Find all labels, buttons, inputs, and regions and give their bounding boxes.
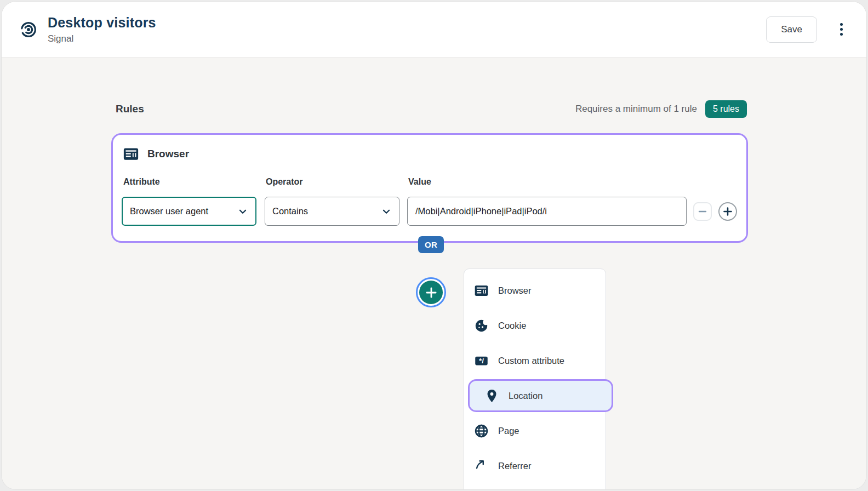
save-button[interactable]: Save [766, 16, 817, 43]
browser-icon [123, 146, 139, 162]
more-options-kebab-icon[interactable] [835, 20, 848, 39]
menu-item-label: Custom attribute [498, 356, 564, 366]
svg-text:*/: */ [479, 357, 484, 365]
plus-icon [419, 281, 443, 304]
rules-bar: Rules Requires a minimum of 1 rule 5 rul… [116, 100, 747, 118]
value-input[interactable] [407, 197, 687, 226]
add-rule-button[interactable] [416, 277, 446, 307]
rules-requirement-text: Requires a minimum of 1 rule [575, 104, 697, 115]
rules-heading: Rules [116, 103, 144, 115]
rule-card-header: Browser [123, 146, 189, 162]
rule-type-menu: Browser Cookie [464, 269, 606, 489]
custom-attribute-icon: */ [474, 353, 489, 368]
page-title: Desktop visitors [48, 15, 766, 31]
rules-count-badge: 5 rules [705, 100, 747, 118]
page-globe-icon [474, 424, 489, 438]
menu-item-label: Cookie [498, 321, 526, 331]
page-subtitle: Signal [48, 33, 766, 44]
menu-item-browser[interactable]: Browser [464, 273, 606, 308]
operator-select[interactable]: Contains [265, 197, 399, 226]
cookie-icon [474, 318, 489, 333]
menu-item-referrer[interactable]: Referrer [464, 448, 606, 483]
menu-item-label: Location [509, 391, 542, 401]
menu-item-cookie[interactable]: Cookie [464, 308, 606, 343]
add-inline-rule-button[interactable] [718, 202, 737, 221]
referrer-arrow-icon [474, 459, 489, 473]
browser-icon [474, 283, 489, 298]
rule-type-label: Browser [147, 148, 189, 160]
operator-select-value: Contains [272, 206, 308, 216]
value-label: Value [408, 177, 431, 187]
browser-rule-card: Browser Attribute Operator Value Browser… [111, 133, 748, 243]
or-connector-badge[interactable]: OR [418, 236, 444, 253]
app-window: Desktop visitors Signal Save Rules Requi… [2, 2, 866, 489]
menu-item-label: Referrer [498, 461, 532, 471]
menu-item-custom-attribute[interactable]: */ Custom attribute [464, 343, 606, 378]
chevron-down-icon [380, 205, 392, 218]
attribute-label: Attribute [123, 177, 160, 187]
attribute-select[interactable]: Browser user agent [122, 197, 256, 226]
minus-icon [697, 206, 708, 217]
app-header: Desktop visitors Signal Save [2, 2, 866, 58]
location-icon [484, 389, 499, 403]
menu-item-label: Page [498, 426, 519, 436]
operator-label: Operator [266, 177, 303, 187]
rules-meta: Requires a minimum of 1 rule 5 rules [575, 100, 747, 118]
plus-icon [722, 206, 733, 217]
title-block: Desktop visitors Signal [48, 15, 766, 44]
attribute-select-value: Browser user agent [130, 206, 208, 216]
content-area: Rules Requires a minimum of 1 rule 5 rul… [2, 58, 866, 489]
menu-item-location[interactable]: Location [468, 379, 613, 412]
menu-item-label: Browser [498, 286, 532, 296]
chevron-down-icon [237, 205, 249, 218]
remove-rule-button[interactable] [693, 202, 712, 221]
menu-item-page[interactable]: Page [464, 413, 606, 448]
app-logo-icon [18, 19, 39, 40]
